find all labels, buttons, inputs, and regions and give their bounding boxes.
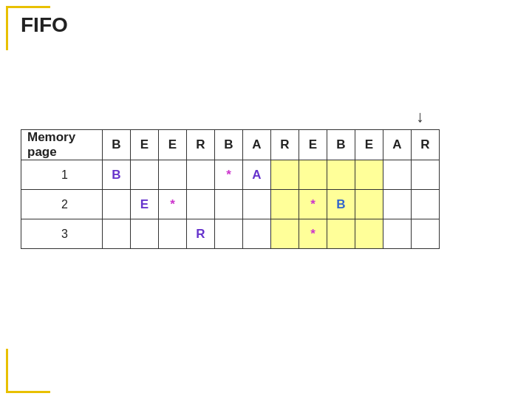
cell-r2-c6 bbox=[243, 190, 271, 219]
cell-r1-c1: B bbox=[103, 160, 131, 190]
cell-r1-c4 bbox=[187, 160, 215, 190]
header-cell-2: E bbox=[131, 130, 159, 160]
cell-r1-c8 bbox=[299, 160, 327, 190]
cell-r1-c10 bbox=[355, 160, 383, 190]
header-cell-3: E bbox=[159, 130, 187, 160]
corner-decoration-left bbox=[6, 6, 8, 50]
header-cell-4: R bbox=[187, 130, 215, 160]
header-cell-8: E bbox=[299, 130, 327, 160]
header-cell-6: A bbox=[243, 130, 271, 160]
cell-r2-c7 bbox=[271, 190, 299, 219]
cell-r3-c9 bbox=[327, 219, 355, 249]
cell-r2-c3: * bbox=[159, 190, 187, 219]
cell-r1-c9 bbox=[327, 160, 355, 190]
cell-r2-c8: * bbox=[299, 190, 327, 219]
header-cell-12: R bbox=[412, 130, 440, 160]
cell-r3-c5 bbox=[215, 219, 243, 249]
cell-r1-c2 bbox=[131, 160, 159, 190]
cell-r3-c1 bbox=[103, 219, 131, 249]
header-cell-10: E bbox=[355, 130, 383, 160]
cell-r1-c12 bbox=[412, 160, 440, 190]
cell-r2-c5 bbox=[215, 190, 243, 219]
header-cell-11: A bbox=[383, 130, 412, 160]
cell-r1-c3 bbox=[159, 160, 187, 190]
header-cell-9: B bbox=[327, 130, 355, 160]
header-cell-5: B bbox=[215, 130, 243, 160]
table-row-2: 2E**B bbox=[21, 190, 440, 219]
page-title: FIFO bbox=[21, 13, 68, 37]
header-cell-7: R bbox=[271, 130, 299, 160]
cell-r3-c12 bbox=[412, 219, 440, 249]
cell-r2-c1 bbox=[103, 190, 131, 219]
cell-r2-c10 bbox=[355, 190, 383, 219]
corner-decoration-top bbox=[6, 6, 50, 8]
header-cell-1: B bbox=[103, 130, 131, 160]
table-row-1: 1B*A bbox=[21, 160, 440, 190]
fifo-table-container: Memory pageBEERBAREBEAR1B*A2E**B3R* bbox=[21, 129, 440, 249]
cell-r3-c11 bbox=[383, 219, 412, 249]
header-label: Memory page bbox=[21, 130, 103, 160]
corner-decoration-left-bottom bbox=[6, 349, 8, 393]
cell-r2-c12 bbox=[412, 190, 440, 219]
cell-r3-c4: R bbox=[187, 219, 215, 249]
corner-decoration-bottom bbox=[6, 391, 50, 393]
cell-r3-c7 bbox=[271, 219, 299, 249]
cell-r1-c7 bbox=[271, 160, 299, 190]
cell-r3-c6 bbox=[243, 219, 271, 249]
cell-r2-c2: E bbox=[131, 190, 159, 219]
row-label-2: 2 bbox=[21, 190, 103, 219]
cell-r3-c2 bbox=[131, 219, 159, 249]
cell-r1-c11 bbox=[383, 160, 412, 190]
down-arrow: ↓ bbox=[416, 107, 424, 126]
cell-r3-c10 bbox=[355, 219, 383, 249]
cell-r1-c6: A bbox=[243, 160, 271, 190]
cell-r1-c5: * bbox=[215, 160, 243, 190]
table-row-3: 3R* bbox=[21, 219, 440, 249]
fifo-table: Memory pageBEERBAREBEAR1B*A2E**B3R* bbox=[21, 129, 440, 249]
row-label-3: 3 bbox=[21, 219, 103, 249]
cell-r2-c4 bbox=[187, 190, 215, 219]
cell-r2-c11 bbox=[383, 190, 412, 219]
cell-r3-c8: * bbox=[299, 219, 327, 249]
row-label-1: 1 bbox=[21, 160, 103, 190]
cell-r2-c9: B bbox=[327, 190, 355, 219]
cell-r3-c3 bbox=[159, 219, 187, 249]
